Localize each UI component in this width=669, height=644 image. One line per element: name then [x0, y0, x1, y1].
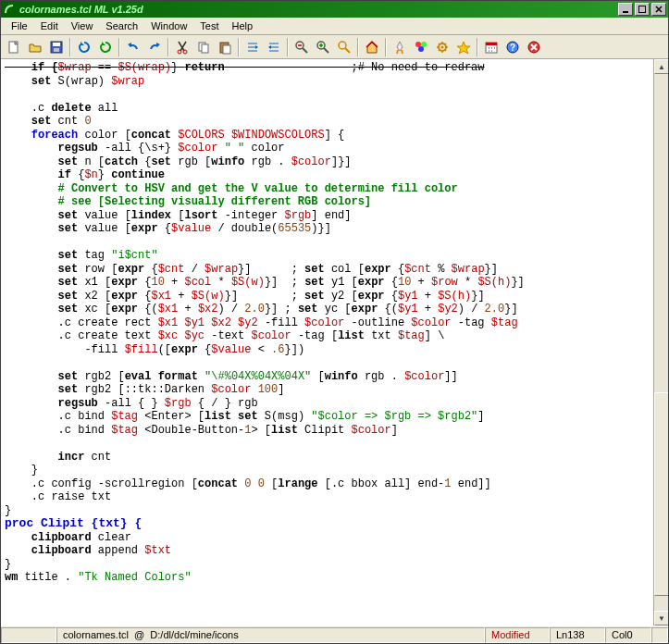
- status-blank: [1, 627, 56, 643]
- menubar: File Edit View Search Window Test Help: [1, 18, 668, 35]
- toolbar-separator: [167, 38, 169, 56]
- status-col: Col0: [605, 627, 651, 643]
- indent-out-icon[interactable]: [242, 37, 263, 57]
- titlebar: colornames.tcl ML v1.25d: [1, 1, 668, 18]
- star-icon[interactable]: [453, 37, 474, 57]
- new-file-icon[interactable]: [4, 37, 24, 57]
- undo-icon[interactable]: [123, 37, 143, 57]
- toolbar-separator: [477, 38, 478, 56]
- rocket-icon[interactable]: [390, 37, 410, 57]
- close-red-icon[interactable]: [524, 37, 544, 57]
- svg-line-13: [303, 48, 307, 53]
- editor-area: if {$wrap == $S(wrap)} return ;# No need…: [1, 59, 668, 625]
- toolbar: ?: [1, 35, 668, 59]
- indent-in-icon[interactable]: [264, 37, 284, 57]
- status-path: colornames.tcl @ D:/dl/dcl/mine/icons: [56, 627, 485, 643]
- svg-point-23: [441, 45, 444, 48]
- menu-window[interactable]: Window: [144, 19, 193, 33]
- palette-icon[interactable]: [411, 37, 431, 57]
- minimize-button[interactable]: [618, 3, 633, 16]
- save-file-icon[interactable]: [46, 37, 67, 57]
- toolbar-separator: [357, 38, 359, 56]
- svg-rect-5: [54, 48, 59, 52]
- calendar-icon[interactable]: [481, 37, 502, 57]
- copy-icon[interactable]: [193, 37, 214, 57]
- refresh-green-icon[interactable]: [95, 37, 116, 57]
- gear-icon[interactable]: [432, 37, 452, 57]
- svg-point-17: [339, 42, 346, 49]
- redo-icon[interactable]: [144, 37, 165, 57]
- window-title: colornames.tcl ML v1.25d: [19, 4, 143, 15]
- toolbar-separator: [118, 38, 120, 56]
- close-button[interactable]: [651, 3, 666, 16]
- svg-rect-0: [623, 11, 628, 13]
- toolbar-separator: [238, 38, 240, 56]
- zoom-out-icon[interactable]: [291, 37, 312, 57]
- help-icon[interactable]: ?: [502, 37, 523, 57]
- cut-icon[interactable]: [172, 37, 192, 57]
- svg-rect-9: [202, 44, 208, 53]
- find-icon[interactable]: [334, 37, 354, 57]
- status-modified: Modified: [485, 627, 550, 643]
- svg-rect-1: [639, 6, 646, 13]
- status-grip: [651, 627, 668, 643]
- app-icon: [3, 3, 16, 16]
- maximize-button[interactable]: [635, 3, 650, 16]
- home-icon[interactable]: [362, 37, 382, 57]
- menu-file[interactable]: File: [5, 19, 34, 33]
- menu-search[interactable]: Search: [99, 19, 144, 33]
- open-file-icon[interactable]: [25, 37, 45, 57]
- paste-icon[interactable]: [215, 37, 235, 57]
- toolbar-separator: [69, 38, 71, 56]
- scroll-thumb[interactable]: [654, 392, 669, 596]
- scroll-down-button[interactable]: ▼: [654, 611, 669, 625]
- refresh-icon[interactable]: [74, 37, 94, 57]
- svg-text:?: ?: [510, 43, 515, 53]
- svg-line-18: [345, 48, 350, 53]
- svg-rect-11: [223, 45, 230, 54]
- menu-help[interactable]: Help: [226, 19, 260, 33]
- toolbar-separator: [385, 38, 387, 56]
- svg-point-20: [421, 42, 427, 47]
- code-editor[interactable]: if {$wrap == $S(wrap)} return ;# No need…: [1, 59, 653, 625]
- svg-point-7: [183, 50, 187, 54]
- svg-rect-25: [486, 43, 497, 45]
- scroll-up-button[interactable]: ▲: [654, 59, 669, 74]
- statusbar: colornames.tcl @ D:/dl/dcl/mine/icons Mo…: [1, 625, 668, 643]
- svg-point-19: [415, 42, 421, 47]
- svg-point-21: [418, 46, 424, 52]
- menu-edit[interactable]: Edit: [34, 19, 65, 33]
- svg-point-6: [178, 50, 181, 54]
- vertical-scrollbar[interactable]: ▲ ▼: [653, 59, 668, 625]
- menu-view[interactable]: View: [65, 19, 100, 33]
- status-line: Ln138: [550, 627, 605, 643]
- zoom-in-icon[interactable]: [313, 37, 333, 57]
- menu-test[interactable]: Test: [193, 19, 225, 33]
- toolbar-separator: [287, 38, 289, 56]
- svg-rect-4: [53, 43, 60, 46]
- svg-line-16: [324, 48, 328, 53]
